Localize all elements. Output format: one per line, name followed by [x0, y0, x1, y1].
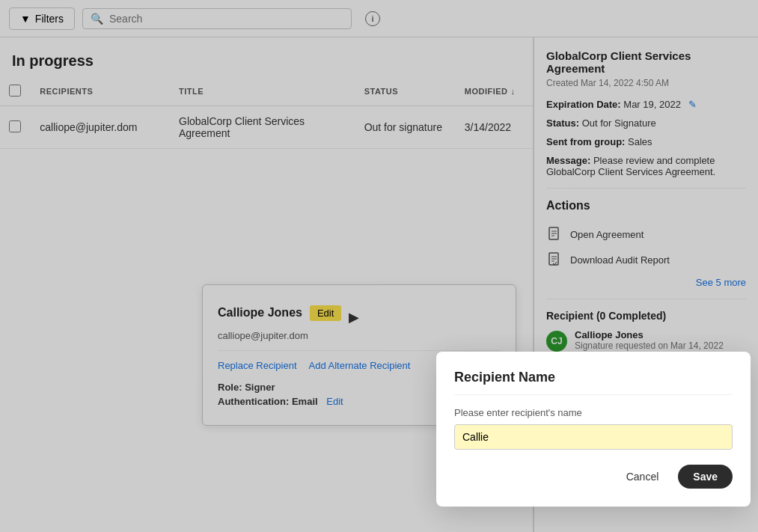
cancel-button[interactable]: Cancel — [614, 465, 671, 489]
modal-actions: Cancel Save — [454, 465, 733, 489]
save-button[interactable]: Save — [678, 465, 733, 489]
modal-input-wrap — [454, 424, 733, 450]
recipient-name-modal: Recipient Name Please enter recipient's … — [436, 352, 751, 507]
modal-overlay: Recipient Name Please enter recipient's … — [0, 0, 758, 532]
modal-field-label: Please enter recipient's name — [454, 407, 733, 418]
recipient-name-input[interactable] — [454, 424, 733, 450]
modal-title: Recipient Name — [454, 370, 733, 395]
